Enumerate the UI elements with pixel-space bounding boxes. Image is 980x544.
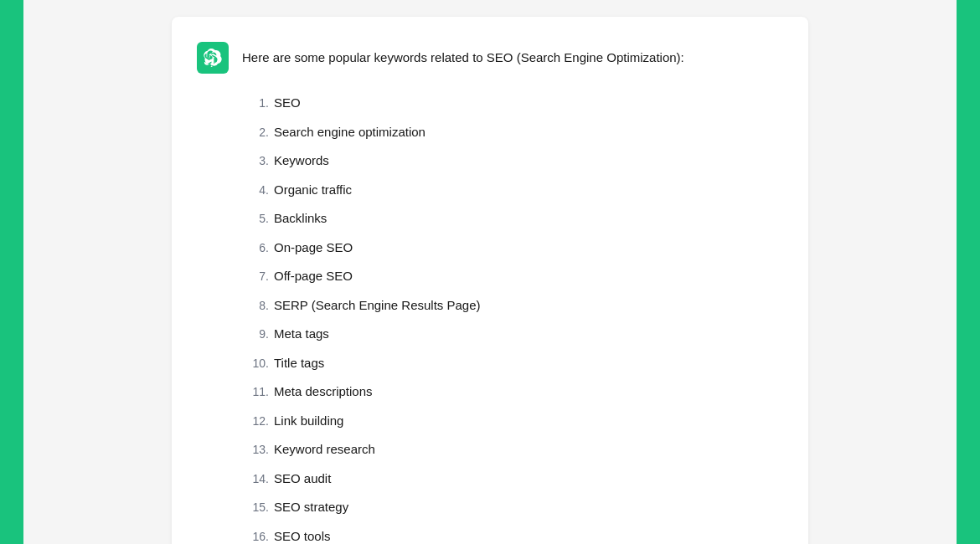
- item-number: 2.: [242, 124, 269, 141]
- item-text: SEO strategy: [274, 498, 348, 517]
- list-item: 3.Keywords: [242, 146, 783, 176]
- item-text: Keywords: [274, 151, 329, 171]
- item-text: Search engine optimization: [274, 123, 426, 142]
- list-item: 2.Search engine optimization: [242, 118, 783, 147]
- chat-container: Here are some popular keywords related t…: [172, 17, 808, 544]
- item-text: Meta tags: [274, 325, 329, 344]
- list-item: 15.SEO strategy: [242, 493, 783, 522]
- item-number: 11.: [242, 383, 269, 401]
- page-wrapper: Here are some popular keywords related t…: [0, 0, 980, 544]
- item-number: 10.: [242, 355, 269, 372]
- item-text: Keyword research: [274, 440, 375, 459]
- left-border: [0, 0, 23, 544]
- item-text: Meta descriptions: [274, 382, 373, 402]
- keywords-list: 1.SEO2.Search engine optimization3.Keywo…: [242, 89, 783, 544]
- list-item: 6.On-page SEO: [242, 234, 783, 263]
- item-number: 3.: [242, 152, 269, 170]
- item-number: 8.: [242, 297, 269, 315]
- list-item: 8.SERP (Search Engine Results Page): [242, 291, 783, 321]
- list-item: 13.Keyword research: [242, 435, 783, 464]
- item-number: 9.: [242, 326, 269, 343]
- item-text: SEO audit: [274, 470, 331, 489]
- item-number: 7.: [242, 268, 269, 285]
- item-number: 13.: [242, 441, 269, 459]
- list-item: 5.Backlinks: [242, 204, 783, 234]
- item-number: 6.: [242, 239, 269, 257]
- item-text: Title tags: [274, 354, 324, 373]
- item-number: 4.: [242, 182, 269, 199]
- list-item: 1.SEO: [242, 89, 783, 118]
- item-text: SERP (Search Engine Results Page): [274, 296, 481, 316]
- list-item: 10.Title tags: [242, 349, 783, 378]
- item-text: Off-page SEO: [274, 267, 353, 286]
- item-number: 16.: [242, 528, 269, 545]
- item-number: 14.: [242, 470, 269, 488]
- item-number: 5.: [242, 210, 269, 228]
- item-text: Link building: [274, 412, 343, 431]
- item-number: 1.: [242, 95, 269, 112]
- list-item: 14.SEO audit: [242, 464, 783, 494]
- list-item: 11.Meta descriptions: [242, 377, 783, 407]
- item-text: SEO: [274, 94, 301, 113]
- list-item: 12.Link building: [242, 407, 783, 436]
- list-item: 4.Organic traffic: [242, 176, 783, 205]
- list-item: 9.Meta tags: [242, 320, 783, 349]
- message-header: Here are some popular keywords related t…: [197, 42, 783, 74]
- item-number: 12.: [242, 413, 269, 430]
- item-text: Backlinks: [274, 209, 327, 228]
- item-text: On-page SEO: [274, 239, 353, 258]
- list-item: 7.Off-page SEO: [242, 262, 783, 291]
- chatgpt-avatar: [197, 42, 229, 74]
- chatgpt-icon: [204, 49, 222, 67]
- right-border: [957, 0, 980, 544]
- item-text: Organic traffic: [274, 181, 352, 200]
- item-number: 15.: [242, 499, 269, 516]
- item-text: SEO tools: [274, 527, 331, 545]
- list-item: 16.SEO tools: [242, 522, 783, 545]
- intro-text: Here are some popular keywords related t…: [242, 42, 684, 68]
